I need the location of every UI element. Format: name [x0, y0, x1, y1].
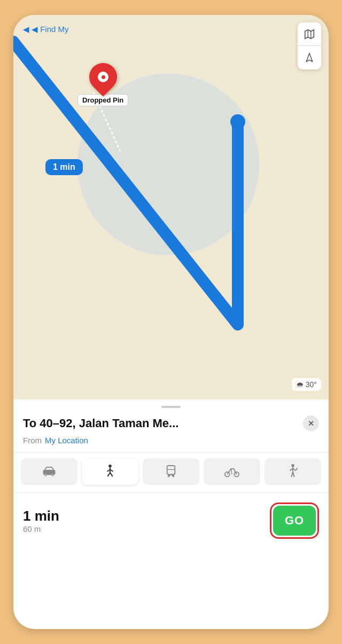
- from-label: From: [23, 436, 42, 445]
- from-value[interactable]: My Location: [45, 436, 88, 445]
- bottom-info-row: 1 min 60 m GO: [13, 492, 329, 549]
- map-type-button[interactable]: [298, 22, 321, 46]
- pin-marker: [83, 57, 123, 97]
- close-button[interactable]: ✕: [303, 415, 319, 431]
- from-row: From My Location: [13, 435, 329, 452]
- svg-line-11: [107, 473, 110, 476]
- map-area: ◀ ◀ Find My: [13, 15, 329, 399]
- go-button[interactable]: GO: [273, 506, 316, 536]
- phone-frame: ◀ ◀ Find My: [13, 15, 329, 629]
- duration-sub: 60 m: [23, 524, 59, 533]
- svg-line-21: [231, 469, 232, 475]
- drag-handle[interactable]: [161, 406, 181, 408]
- svg-rect-13: [167, 466, 175, 475]
- route-line: [13, 15, 329, 399]
- svg-point-6: [51, 474, 54, 476]
- back-navigation[interactable]: ◀ ◀ Find My: [23, 25, 69, 34]
- duration-block: 1 min 60 m: [23, 508, 59, 533]
- svg-point-7: [108, 465, 112, 468]
- back-icon: ◀: [23, 25, 29, 34]
- time-bubble: 1 min: [45, 159, 83, 175]
- transport-walk[interactable]: [82, 458, 138, 485]
- svg-point-22: [291, 464, 294, 467]
- weather-temp: 30°: [306, 380, 317, 389]
- go-button-wrapper: GO: [270, 502, 319, 539]
- map-controls: [298, 22, 321, 69]
- close-icon: ✕: [308, 419, 314, 428]
- bottom-panel: To 40–92, Jalan Taman Me... ✕ From My Lo…: [13, 399, 329, 549]
- transport-cycle[interactable]: [204, 458, 260, 485]
- svg-line-28: [296, 468, 298, 470]
- svg-line-27: [293, 472, 294, 477]
- dropped-pin[interactable]: Dropped Pin: [77, 63, 128, 106]
- back-label: ◀ Find My: [32, 25, 69, 34]
- transport-transit[interactable]: [143, 458, 199, 485]
- weather-icon: 🌧: [296, 380, 304, 389]
- svg-point-0: [230, 114, 245, 129]
- svg-point-5: [44, 474, 47, 476]
- destination-title: To 40–92, Jalan Taman Me...: [23, 417, 303, 430]
- transport-row: [13, 452, 329, 490]
- weather-badge: 🌧 30°: [292, 378, 321, 391]
- svg-line-12: [110, 473, 113, 476]
- duration-main: 1 min: [23, 508, 59, 524]
- transport-other[interactable]: [265, 458, 321, 485]
- location-button[interactable]: [298, 46, 321, 69]
- transport-drive[interactable]: [21, 458, 77, 485]
- destination-row: To 40–92, Jalan Taman Me... ✕: [13, 415, 329, 435]
